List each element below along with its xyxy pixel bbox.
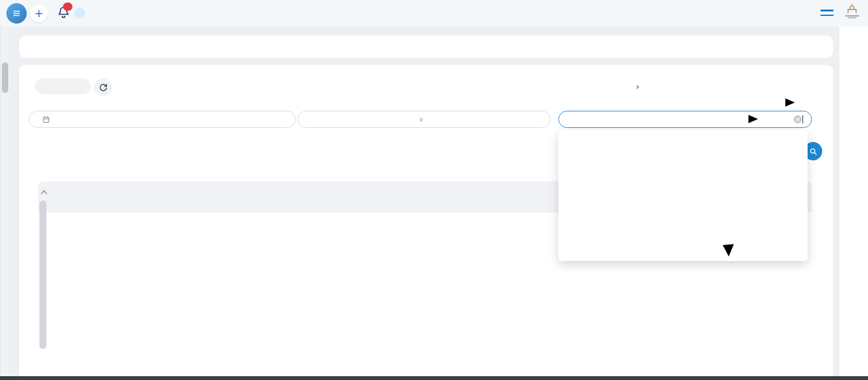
advanced-search-toggle[interactable]: ‹ xyxy=(636,81,800,92)
page-scrollbar[interactable] xyxy=(0,27,9,380)
clear-icon[interactable]: ✕ xyxy=(794,115,802,123)
notifications-badge xyxy=(63,3,72,11)
page: + ‹ xyxy=(0,0,868,380)
warehouses-dropdown xyxy=(558,130,808,261)
item-select[interactable]: ∨ xyxy=(298,111,551,128)
empty-data-button[interactable] xyxy=(35,78,91,94)
branch-count-badge xyxy=(74,8,85,18)
add-button[interactable]: + xyxy=(30,4,48,22)
window-bottom-edge xyxy=(0,376,868,380)
refresh-button[interactable] xyxy=(94,78,112,96)
calendar-icon xyxy=(42,115,50,123)
sidebar xyxy=(839,27,868,376)
org-logo xyxy=(841,3,864,24)
table-scroll-up-icon[interactable] xyxy=(39,186,48,199)
chevron-collapse-icon: ‹ xyxy=(636,81,640,92)
notifications-bell-icon[interactable] xyxy=(53,4,71,22)
warehouses-input[interactable]: ✕ xyxy=(558,111,812,128)
hamburger-menu-icon[interactable] xyxy=(820,10,834,16)
breadcrumb xyxy=(19,36,833,58)
page-scrollbar-thumb[interactable] xyxy=(2,62,8,93)
date-input[interactable] xyxy=(29,111,296,128)
text-caret xyxy=(803,115,803,123)
app-logo-icon[interactable] xyxy=(6,3,27,24)
top-navbar: + xyxy=(0,0,868,27)
table-scrollbar-thumb[interactable] xyxy=(39,201,46,349)
chevron-down-icon: ∨ xyxy=(419,116,424,123)
